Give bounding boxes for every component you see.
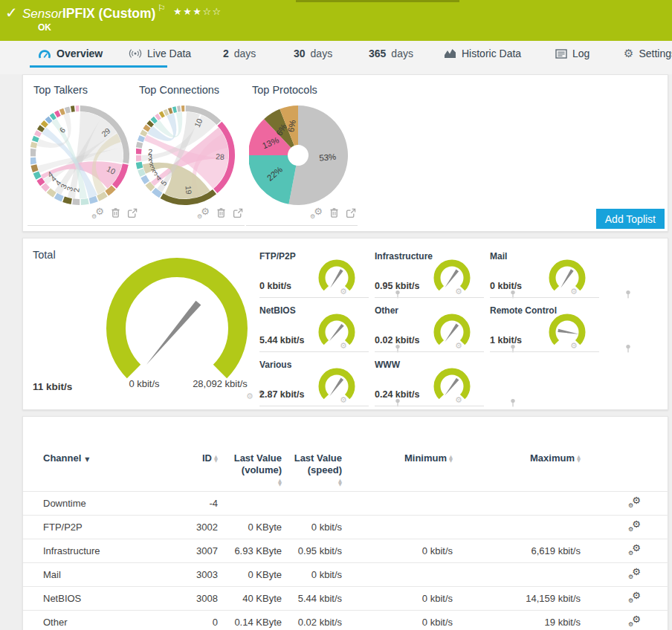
column-header-last-value-volume-[interactable]: Last Value (volume)▲▼ xyxy=(219,452,283,487)
column-header-last-value-speed-[interactable]: Last Value (speed)▲▼ xyxy=(283,452,343,487)
toplist-settings-button[interactable]: ⚙⚙ xyxy=(197,208,210,218)
cell-settings[interactable]: ⚙⚙ xyxy=(582,568,669,581)
total-gauge xyxy=(106,257,262,395)
tab-overview[interactable]: Overview xyxy=(38,48,103,59)
cell-settings[interactable]: ⚙⚙ xyxy=(582,616,669,629)
cell-settings[interactable]: ⚙⚙ xyxy=(582,521,669,533)
toplist-delete-button[interactable] xyxy=(216,207,226,218)
cell-channel[interactable]: NetBIOS xyxy=(23,593,169,604)
chord-segment-label: 19 xyxy=(184,185,193,195)
gear-icon: ⚙ xyxy=(624,48,633,59)
gauge-settings-button[interactable]: ⚙ xyxy=(570,338,578,351)
tab-settings[interactable]: ⚙Settings xyxy=(624,48,672,59)
sort-icon: ▲▼ xyxy=(449,455,453,463)
cell-settings[interactable]: ⚙⚙ xyxy=(582,545,669,557)
table-row-netbios[interactable]: NetBIOS300840 KByte5.44 kbit/s0 kbit/s14… xyxy=(23,586,669,610)
divider xyxy=(259,297,369,298)
column-header-minimum[interactable]: Minimum▲▼ xyxy=(343,452,454,487)
donut-slice-label: 53% xyxy=(319,152,337,163)
tab-30-days[interactable]: 30days xyxy=(294,48,332,59)
sort-icon: ▲▼ xyxy=(278,479,282,487)
tab-live-data[interactable]: Live Data xyxy=(129,48,191,59)
column-header-id[interactable]: ID▲▼ xyxy=(169,452,219,487)
channel-gauge-dial xyxy=(314,364,360,407)
cell-settings[interactable]: ⚙⚙ xyxy=(582,592,669,605)
cell-minimum: 0 kbit/s xyxy=(343,545,454,556)
cell-id: -4 xyxy=(169,498,219,509)
cell-last-value-volume: 0 KByte xyxy=(219,569,283,580)
channel-gauge-label: NetBIOS xyxy=(259,305,296,316)
channel-gauge-ftp-p2p: FTP/P2P0 kbit/s⚙ xyxy=(259,250,369,299)
cell-minimum: 0 kbit/s xyxy=(343,617,454,628)
gear-icon: ⚙ xyxy=(340,341,347,351)
tab-historic-data[interactable]: Historic Data xyxy=(444,48,521,59)
channel-gauge-value: 0.02 kbit/s xyxy=(375,335,419,345)
gauge-settings-button[interactable]: ⚙ xyxy=(340,392,347,406)
toplist-settings-button[interactable]: ⚙⚙ xyxy=(91,208,104,218)
channel-gauge-www: WWW0.24 kbit/s⚙ xyxy=(375,358,484,407)
channel-gauge-dial xyxy=(429,310,475,353)
table-row-other[interactable]: Other00.14 KByte0.02 kbit/s0 kbit/s19 kb… xyxy=(23,610,669,630)
gauge-settings-button[interactable]: ⚙ xyxy=(246,389,253,402)
gauge-settings-button[interactable]: ⚙ xyxy=(455,392,462,406)
cell-channel[interactable]: Infrastructure xyxy=(23,545,169,556)
table-row-infrastructure[interactable]: Infrastructure30076.93 KByte0.95 kbit/s0… xyxy=(23,539,669,562)
channel-gauge-label: FTP/P2P xyxy=(259,251,296,262)
column-header-maximum[interactable]: Maximum▲▼ xyxy=(454,452,582,487)
tab-log[interactable]: Log xyxy=(555,48,589,59)
cell-last-value-speed: 5.44 kbit/s xyxy=(283,593,343,604)
cell-channel[interactable]: FTP/P2P xyxy=(23,522,169,533)
top-connections-chord-chart[interactable]: 1028195433332 xyxy=(136,102,249,210)
top-protocols-donut-chart[interactable]: 53%22%13%6%6% xyxy=(249,102,362,210)
sort-icon: ▲▼ xyxy=(214,455,218,463)
add-toplist-button[interactable]: Add Toplist xyxy=(596,209,665,229)
channel-gauge-dial xyxy=(544,310,590,353)
chart-settings-icon: ⚙⚙ xyxy=(310,208,323,218)
column-header-label: Maximum xyxy=(530,452,575,464)
chart-settings-icon: ⚙⚙ xyxy=(91,208,104,218)
priority-stars[interactable]: ★★★☆☆ xyxy=(173,7,222,16)
tab-label: days xyxy=(311,48,333,59)
tab-2-days[interactable]: 2days xyxy=(223,48,256,59)
gauge-settings-button[interactable]: ⚙ xyxy=(570,284,578,297)
channel-gauge-value: 1 kbit/s xyxy=(490,335,522,345)
total-gauge-value: 11 kbit/s xyxy=(33,381,72,392)
toplist-delete-button[interactable] xyxy=(329,207,339,218)
cell-maximum: 6,619 kbit/s xyxy=(454,545,582,556)
toplist-open-button[interactable] xyxy=(233,208,243,218)
tab-label: Settings xyxy=(639,48,672,59)
gauge-settings-button[interactable]: ⚙ xyxy=(340,338,347,351)
divider xyxy=(375,351,484,352)
cell-settings[interactable]: ⚙⚙ xyxy=(582,497,669,510)
toplist-title: Top Protocols xyxy=(252,84,317,96)
toplist-open-button[interactable] xyxy=(346,208,356,218)
channel-gauge-value: 0.24 kbit/s xyxy=(375,389,419,400)
trash-icon xyxy=(216,207,226,218)
gauge-settings-button[interactable]: ⚙ xyxy=(340,284,347,297)
cell-channel[interactable]: Other xyxy=(23,617,169,628)
tab-365-days[interactable]: 365days xyxy=(369,48,413,59)
gear-icon: ⚙ xyxy=(455,395,462,405)
total-gauge-label: Total xyxy=(33,249,56,261)
toplist-delete-button[interactable] xyxy=(111,207,120,218)
log-icon xyxy=(555,49,567,59)
cell-channel[interactable]: Mail xyxy=(23,569,169,580)
channel-gauge-dial xyxy=(429,256,475,299)
toplist-top-protocols: Top Protocols 53%22%13%6%6% ⚙⚙ xyxy=(249,75,362,233)
gauge-settings-button[interactable]: ⚙ xyxy=(455,284,462,297)
table-row-mail[interactable]: Mail30030 KByte0 kbit/s⚙⚙ xyxy=(23,562,669,586)
gauge-settings-button[interactable]: ⚙ xyxy=(455,338,462,351)
toplist-settings-button[interactable]: ⚙⚙ xyxy=(310,208,323,218)
column-header-channel[interactable]: Channel▼ xyxy=(23,452,169,487)
table-row-ftp-p2p[interactable]: FTP/P2P30020 KByte0 kbit/s⚙⚙ xyxy=(23,515,669,539)
cell-last-value-speed: 0 kbit/s xyxy=(283,569,343,580)
top-talkers-chord-chart[interactable]: 29102334446 xyxy=(30,102,143,210)
table-row-downtime[interactable]: Downtime-4⚙⚙ xyxy=(23,491,669,515)
gauge-needle xyxy=(143,301,201,367)
cell-last-value-speed: 0.02 kbit/s xyxy=(283,617,343,628)
cell-minimum: 0 kbit/s xyxy=(343,593,454,604)
active-tab-underline xyxy=(30,65,167,68)
cell-channel[interactable]: Downtime xyxy=(23,498,169,509)
flag-icon[interactable]: ⚐ xyxy=(158,4,166,13)
sort-desc-icon: ▼ xyxy=(85,456,89,463)
